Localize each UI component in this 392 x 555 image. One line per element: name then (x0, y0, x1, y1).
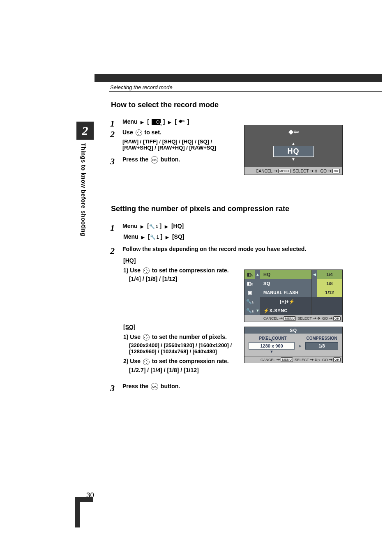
pixel-count-value: 1280 x 960 (249, 342, 295, 350)
menu-row-value: 1/4 (317, 270, 342, 279)
sec1-step1: 1 Menu ▶ [ 1 ] ▶ [ ] (110, 118, 189, 129)
step-number-1: 1 (110, 223, 117, 233)
hq-line2: [1/4] / [1/8] / [1/12] (129, 276, 229, 282)
hq-target: [HQ] (171, 223, 184, 229)
sq-line2: [3200x2400] / [2560x1920] / [1600x1200] … (129, 342, 248, 355)
compression-value: 1/8 (305, 342, 338, 350)
bracket-close: ] (163, 118, 165, 125)
wrench-icon: 🔧 (150, 235, 156, 240)
wrench-icon: 🔧 (149, 224, 155, 229)
status-cancel: CANCEL (263, 316, 279, 320)
sec2-step1a: 1 Menu ▶ [🔧1 ] ▶ [HQ] (110, 223, 184, 233)
menu-label: Menu (122, 223, 138, 229)
record-mode-value: HQ (273, 146, 314, 157)
menu-row-value: 1/12 (317, 288, 342, 297)
down-triangle-icon: ▼ (244, 157, 342, 161)
breadcrumb-underline (109, 91, 382, 92)
step2-options: [RAW] / [TIFF] / [SHQ] / [HQ] / [SQ] / [… (122, 138, 238, 151)
bracket-close: ] (160, 233, 162, 240)
ok-key-icon: OK (333, 357, 341, 362)
left-triangle-icon: ◀ (312, 270, 317, 279)
step3-button-label: button. (161, 383, 180, 389)
status-go: GO (322, 316, 328, 320)
sq-line3-b: to set the compression rate. (152, 358, 229, 364)
step-number-1: 1 (110, 118, 117, 129)
step2-follow-text: Follow the steps depending on the record… (122, 246, 306, 252)
up-triangle-icon: ▲ (255, 270, 260, 279)
step3-press-label: Press the (122, 156, 148, 163)
sq-target: [SQ] (172, 233, 184, 240)
updown-icon: ⇕ (314, 169, 318, 173)
heading-select-record-mode: How to select the record mode (111, 101, 219, 109)
lcd-statusbar: CANCEL🠦MENU SELECT🠦✥ GO🠦OK (244, 315, 342, 322)
record-mode-icon (179, 119, 185, 125)
subscript-1: 1 (157, 235, 159, 240)
step3-press-label: Press the (122, 383, 148, 389)
step1-menu-label: Menu (122, 118, 138, 125)
sq-subheading: [SQ] (123, 324, 248, 330)
menu-tab-5: 🔧₂ (244, 306, 255, 315)
sec2-step2: 2 Follow the steps depending on the reco… (110, 246, 306, 256)
nav-icon: ✥ (317, 316, 321, 320)
top-accent-bar (95, 74, 382, 82)
menu-row-label: SQ (260, 279, 312, 288)
chapter-tab: 2 (76, 122, 94, 140)
status-cancel: CANCEL (256, 169, 272, 173)
sec2-step1b: Menu ▶ [🔧1 ] ▶ [SQ] (123, 233, 184, 240)
menu-row-value (317, 297, 342, 306)
subscript-1: 1 (156, 224, 158, 229)
step-number-3: 3 (110, 156, 117, 167)
camera-icon: 1 (152, 119, 161, 125)
step3-body: Press the OK button. (122, 156, 180, 164)
step-number-2: 2 (110, 246, 117, 256)
arrow-pad-icon (143, 359, 150, 365)
sq-line3-a: 2) Use (123, 358, 141, 364)
step2-use-label: Use (122, 129, 133, 136)
sq-line1-b: to set the number of pixels. (152, 334, 227, 340)
heading-pixels-compression: Setting the number of pixels and compres… (111, 205, 289, 213)
step1-body: Menu ▶ [ 1 ] ▶ [ ] (122, 118, 189, 125)
status-go: GO (320, 169, 327, 173)
bracket-close: ] (159, 223, 161, 229)
menu-tab-1: ◧₁ (244, 270, 255, 279)
step-number-3: 3 (110, 383, 117, 394)
menu-label: Menu (123, 233, 138, 240)
lcd-screen-settings-menu: ◧₁ ▲ HQ ◀ 1/4 ◧₂ SQ 1/8 ▣ MANUAL FLASH 1… (244, 269, 343, 322)
lcd-statusbar: CANCEL🠦MENU SELECT🠦⇕ GO🠦OK (244, 167, 342, 175)
record-mode-top-icon: ◆⇦ (244, 125, 342, 136)
breadcrumb: Selecting the record mode (110, 84, 173, 90)
sec1-step2: 2 Use to set. [RAW] / [TIFF] / [SHQ] / [… (110, 129, 238, 151)
hq-line1-a: 1) Use (123, 267, 141, 274)
ok-key-icon: OK (332, 169, 340, 173)
status-select: SELECT (293, 169, 309, 173)
side-section-title: Things to know before shooting (80, 143, 87, 236)
ok-button-icon: OK (151, 156, 158, 164)
lcd-statusbar: CANCEL🠦MENU SELECT🠦⇕▷ GO🠦OK (244, 356, 342, 363)
lcd-screen-record-mode: ◆⇦ ▲ HQ ▼ CANCEL🠦MENU SELECT🠦⇕ GO🠦OK (244, 125, 343, 175)
menu-tab-3: ▣ (244, 288, 255, 297)
dialog-title: SQ (244, 327, 342, 334)
menu-row-label: MANUAL FLASH (260, 288, 312, 297)
bracket-open: [ (147, 118, 149, 125)
status-select: SELECT (295, 358, 309, 362)
sec1-step3: 3 Press the OK button. (110, 156, 180, 167)
ok-button-icon: OK (151, 383, 158, 390)
menu-tab-4: 🔧₁ (244, 297, 255, 306)
step2-body: Use to set. [RAW] / [TIFF] / [SHQ] / [HQ… (122, 129, 238, 151)
menu-row-label: HQ (260, 270, 312, 279)
step-number-2: 2 (110, 129, 117, 140)
menu-row-label: [±]+⚡ (260, 297, 312, 306)
status-cancel: CANCEL (261, 358, 276, 362)
status-go: GO (322, 358, 328, 362)
up-triangle-icon: ▲ (244, 141, 342, 146)
triangle-icon: ▶ (141, 235, 145, 240)
sq-line4: [1/2.7] / [1/4] / [1/8] / [1/12] (129, 367, 248, 373)
hq-line1-b: to set the compression rate. (152, 267, 229, 274)
menu-key-icon: MENU (281, 357, 293, 362)
arrow-pad-icon (143, 267, 150, 274)
ok-key-icon: OK (333, 316, 341, 321)
menu-row-value (317, 306, 342, 315)
step2-toset-label: to set. (144, 129, 161, 136)
triangle-icon: ▶ (165, 224, 168, 229)
lcd-screen-sq-dialog: SQ PIXEL COUNT COMPRESSION 1280 x 960 ▶ … (244, 327, 343, 363)
